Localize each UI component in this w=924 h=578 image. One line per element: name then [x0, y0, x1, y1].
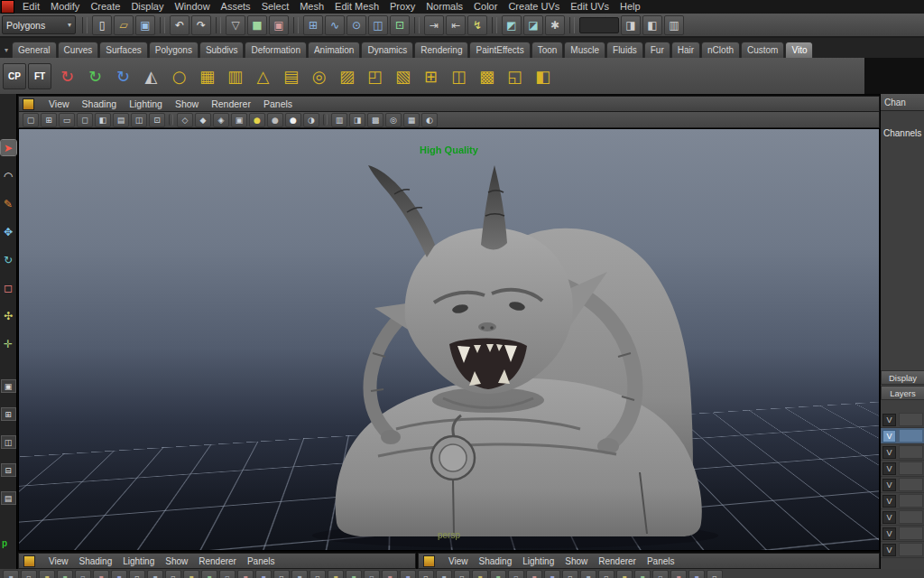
panel-toolbar-icon[interactable]: ▫ — [454, 570, 470, 578]
layer-name-area[interactable] — [899, 461, 923, 475]
menu-assets[interactable]: Assets — [216, 0, 256, 14]
panel-toolbar-icon[interactable]: ▪ — [634, 570, 651, 578]
scale-tool-icon[interactable]: ◻ — [1, 280, 16, 295]
split-polygon-icon[interactable]: ◫ — [445, 62, 473, 90]
select-tool-icon[interactable]: ➤ — [1, 140, 16, 155]
layer-name-area[interactable] — [899, 527, 923, 540]
shelf-tab-fur[interactable]: Fur — [644, 42, 670, 58]
shelf-tab-deformation[interactable]: Deformation — [245, 42, 306, 58]
separator[interactable] — [82, 17, 88, 33]
move-tool-icon[interactable]: ✥ — [1, 224, 16, 239]
shelf-tab-fluids[interactable]: Fluids — [606, 42, 643, 58]
menu-edit[interactable]: Edit — [17, 0, 45, 14]
layer-row[interactable]: V — [881, 509, 924, 526]
panel-toolbar-icon[interactable]: ▪ — [670, 570, 687, 578]
panel-menu-icon[interactable] — [423, 555, 435, 567]
film-gate-icon[interactable]: ▭ — [59, 113, 75, 127]
layer-name-area[interactable] — [899, 478, 923, 491]
panel-toolbar-icon[interactable]: ▫ — [310, 570, 326, 578]
layer-name-area[interactable] — [899, 510, 923, 524]
panel-toolbar-icon[interactable]: ▪ — [490, 570, 506, 578]
viewport-3d[interactable]: High Quality persp — [18, 128, 880, 551]
panel-toolbar-icon[interactable]: ▪ — [93, 570, 109, 578]
layer-row[interactable]: V — [881, 412, 924, 428]
layer-row[interactable]: V — [881, 542, 924, 558]
default-lighting-icon[interactable]: ● — [267, 113, 283, 127]
poly-torus-icon[interactable]: ◎ — [305, 62, 333, 90]
poly-cube-icon[interactable]: ▦ — [193, 62, 221, 90]
shelf-tab-toon[interactable]: Toon — [531, 42, 564, 58]
menu-modify[interactable]: Modify — [45, 0, 85, 14]
toggle-attribute-editor-icon[interactable]: ◨ — [621, 15, 641, 35]
field-chart-icon[interactable]: ▤ — [113, 113, 129, 127]
menu-normals[interactable]: Normals — [420, 0, 468, 14]
xray-mode-icon[interactable]: ▥ — [331, 113, 347, 127]
separator[interactable] — [293, 17, 299, 33]
menu-window[interactable]: Window — [169, 0, 215, 14]
panel-toolbar-icon[interactable]: ▪ — [39, 570, 55, 578]
panel-menu-view[interactable]: View — [43, 556, 74, 566]
panel-toolbar-icon[interactable]: ▫ — [219, 570, 236, 578]
menu-color[interactable]: Color — [468, 0, 503, 14]
safe-title-icon[interactable]: ⊡ — [149, 113, 165, 127]
single-pane-layout-icon[interactable]: ▣ — [1, 379, 16, 393]
panel-toolbar-icon[interactable]: ▪ — [580, 570, 596, 578]
smooth-wireframe-icon[interactable]: ▩ — [367, 113, 383, 127]
panel-menu-lighting[interactable]: Lighting — [517, 556, 559, 566]
separator[interactable] — [492, 17, 497, 33]
layer-row[interactable]: V — [881, 461, 924, 477]
textured-mode-icon[interactable]: ▣ — [231, 113, 247, 127]
panel-menu-panels[interactable]: Panels — [642, 556, 680, 566]
shelf-tab-subdivs[interactable]: Subdivs — [199, 42, 245, 58]
channel-box-header[interactable]: Chan — [881, 94, 924, 111]
panel-toolbar-icon[interactable]: ▪ — [472, 570, 488, 578]
shelf-tab-dynamics[interactable]: Dynamics — [361, 42, 413, 58]
shelf-tab-menu-icon[interactable]: ▾ — [5, 46, 8, 54]
layer-row[interactable]: V — [881, 493, 924, 509]
panel-menu-view[interactable]: View — [42, 98, 76, 109]
paint-select-tool-icon[interactable]: ✎ — [1, 196, 16, 211]
shelf-tab-custom[interactable]: Custom — [741, 42, 784, 58]
panel-menu-shading[interactable]: Shading — [76, 98, 124, 109]
universal-manipulator-icon[interactable]: ✣ — [1, 308, 16, 323]
panel-menu-show[interactable]: Show — [559, 556, 593, 566]
snap-point-icon[interactable]: ⊙ — [346, 15, 366, 35]
separator[interactable] — [216, 17, 221, 33]
layer-row[interactable]: V — [881, 428, 924, 444]
persp-graph-layout-icon[interactable]: ⊟ — [1, 463, 16, 477]
texture-borders-icon[interactable]: ▦ — [403, 113, 420, 127]
layer-visibility-toggle[interactable]: V — [882, 495, 896, 508]
layer-visibility-toggle[interactable]: V — [882, 462, 896, 475]
menu-create-uvs[interactable]: Create UVs — [503, 0, 565, 14]
panel-toolbar-icon[interactable]: ▫ — [75, 570, 91, 578]
construction-history-icon[interactable]: ↯ — [467, 15, 487, 35]
shelf-tab-hair[interactable]: Hair — [671, 42, 700, 58]
panel-toolbar-icon[interactable]: ▪ — [57, 570, 73, 578]
gate-mask-icon[interactable]: ◧ — [95, 113, 111, 127]
panel-menu-show[interactable]: Show — [160, 556, 193, 566]
backface-culling-icon[interactable]: ◨ — [349, 113, 365, 127]
panel-toolbar-icon[interactable]: ▫ — [508, 570, 524, 578]
panel-toolbar-icon[interactable]: ▪ — [201, 570, 217, 578]
layer-name-area[interactable] — [899, 429, 923, 443]
save-scene-icon[interactable]: ▣ — [135, 15, 155, 35]
separator[interactable] — [414, 17, 420, 33]
poly-cone-icon[interactable]: △ — [249, 62, 277, 90]
panel-toolbar-icon[interactable]: ▪ — [436, 570, 452, 578]
panel-toolbar-icon[interactable]: ▪ — [147, 570, 163, 578]
camera-settings-icon[interactable]: ▢ — [23, 113, 39, 127]
tab-display[interactable]: Display — [881, 370, 924, 385]
panel-menu-shading[interactable]: Shading — [474, 556, 518, 566]
panel-menu-lighting[interactable]: Lighting — [123, 98, 169, 109]
layer-name-area[interactable] — [899, 445, 923, 459]
mirror-geometry-icon[interactable]: ◧ — [529, 62, 557, 90]
separator[interactable] — [160, 17, 165, 33]
input-connections-icon[interactable]: ⇥ — [424, 15, 444, 35]
shelf-tab-general[interactable]: General — [12, 42, 57, 58]
panel-toolbar-icon[interactable]: ▫ — [165, 570, 181, 578]
panel-toolbar-icon[interactable]: ▫ — [562, 570, 578, 578]
panel-toolbar-icon[interactable]: ▪ — [616, 570, 633, 578]
separator[interactable] — [169, 114, 173, 126]
layer-name-area[interactable] — [899, 494, 923, 508]
panel-menu-icon[interactable] — [23, 98, 34, 110]
